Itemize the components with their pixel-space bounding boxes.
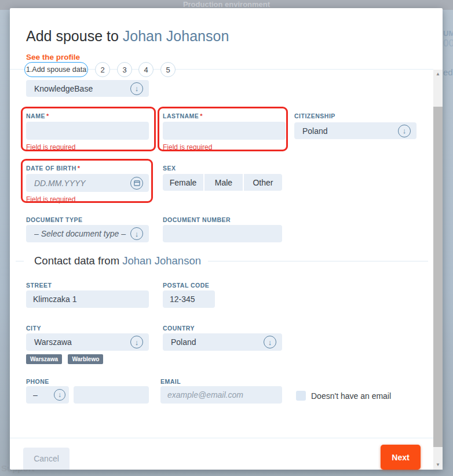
email-input[interactable] bbox=[160, 386, 282, 404]
chevron-down-icon: ↓ bbox=[130, 227, 143, 240]
see-profile-link[interactable]: See the profile bbox=[26, 53, 80, 61]
stepper-step-2[interactable]: 2 bbox=[95, 62, 110, 77]
chevron-down-icon: ↓ bbox=[264, 336, 276, 348]
lastname-label: LASTNAME* bbox=[163, 112, 203, 119]
city-suggestion-tags: Warszawa Warblewo bbox=[26, 353, 107, 364]
modal-scrollbar[interactable]: ▲ ▼ bbox=[433, 70, 443, 470]
document-type-placeholder: – Select document type – bbox=[34, 229, 130, 238]
section-title: Contact data from Johan Johanson bbox=[24, 255, 208, 267]
chevron-down-icon: ↓ bbox=[54, 389, 65, 401]
divider bbox=[16, 261, 24, 261]
phone-label: PHONE bbox=[26, 378, 49, 385]
citizenship-select[interactable]: Poland ↓ bbox=[294, 122, 417, 139]
chevron-down-icon: ↓ bbox=[398, 125, 411, 137]
sex-option-female[interactable]: Female bbox=[163, 174, 203, 191]
citizenship-label: CITIZENSHIP bbox=[294, 112, 335, 119]
document-number-input[interactable] bbox=[163, 225, 282, 242]
stepper-step-5[interactable]: 5 bbox=[160, 62, 176, 77]
required-asterisk: * bbox=[200, 112, 203, 119]
city-value: Warszawa bbox=[34, 337, 130, 347]
add-spouse-modal: Add spouse to Johan Johanson See the pro… bbox=[10, 8, 443, 470]
city-tag-warblewo[interactable]: Warblewo bbox=[68, 354, 103, 364]
contact-data-section-header: Contact data from Johan Johanson bbox=[16, 255, 428, 267]
stepper-step-4[interactable]: 4 bbox=[138, 62, 154, 77]
bg-fragment-right-mid: 00 bbox=[443, 38, 453, 49]
lastname-error: Field is required bbox=[163, 143, 212, 151]
modal-title: Add spouse to Johan Johanson bbox=[26, 28, 229, 45]
city-tag-warszawa[interactable]: Warszawa bbox=[26, 354, 62, 364]
phone-prefix-select[interactable]: – ↓ bbox=[26, 386, 69, 404]
lastname-input[interactable] bbox=[163, 122, 286, 140]
country-value: Poland bbox=[171, 337, 264, 347]
section-title-person-name: Johan Johanson bbox=[122, 255, 201, 267]
name-input[interactable] bbox=[26, 122, 149, 140]
footer-divider bbox=[10, 438, 433, 438]
scrollbar-thumb[interactable] bbox=[433, 107, 443, 447]
scrollbar-down-icon[interactable]: ▼ bbox=[433, 460, 443, 470]
required-asterisk: * bbox=[46, 112, 49, 119]
next-button[interactable]: Next bbox=[381, 445, 421, 470]
stepper-step-3[interactable]: 3 bbox=[117, 62, 132, 77]
document-number-label: DOCUMENT NUMBER bbox=[163, 216, 231, 223]
scrollbar-up-icon[interactable]: ▲ bbox=[433, 70, 443, 79]
dob-field[interactable]: DD.MM.YYYY bbox=[26, 174, 149, 192]
city-label: CITY bbox=[26, 325, 41, 332]
name-label: NAME* bbox=[26, 112, 49, 119]
phone-number-input[interactable] bbox=[74, 386, 149, 404]
required-asterisk: * bbox=[78, 165, 81, 172]
country-select[interactable]: Poland ↓ bbox=[163, 333, 282, 351]
street-label: STREET bbox=[26, 282, 52, 289]
bg-fragment-right-top: UM bbox=[443, 29, 453, 38]
cancel-button[interactable]: Cancel bbox=[23, 448, 70, 470]
dob-error: Field is required bbox=[26, 195, 75, 204]
dob-label: DATE OF BIRTH* bbox=[26, 165, 81, 172]
modal-title-person-name: Johan Johanson bbox=[123, 28, 229, 44]
sex-option-other[interactable]: Other bbox=[244, 174, 282, 191]
bg-fragment-right-low: ed bbox=[443, 67, 453, 77]
sex-option-male[interactable]: Male bbox=[204, 174, 243, 191]
city-select[interactable]: Warszawa ↓ bbox=[26, 333, 149, 351]
divider bbox=[208, 261, 428, 261]
phone-prefix-value: – bbox=[33, 390, 54, 399]
knowledge-base-value: KnowledgeBase bbox=[34, 84, 130, 93]
name-error: Field is required bbox=[26, 143, 75, 151]
street-input[interactable] bbox=[26, 290, 149, 308]
stepper-step-1-active[interactable]: 1.Add spouse data bbox=[24, 62, 88, 77]
document-type-select[interactable]: – Select document type – ↓ bbox=[26, 225, 149, 242]
email-label: EMAIL bbox=[160, 378, 181, 385]
calendar-icon[interactable] bbox=[130, 177, 143, 190]
chevron-down-icon: ↓ bbox=[130, 82, 143, 95]
postal-code-label: POSTAL CODE bbox=[163, 282, 209, 289]
no-email-checkbox[interactable] bbox=[296, 391, 306, 401]
chevron-down-icon: ↓ bbox=[130, 336, 143, 348]
modal-title-prefix: Add spouse to bbox=[26, 28, 123, 44]
sex-label: SEX bbox=[163, 165, 176, 172]
document-type-label: DOCUMENT TYPE bbox=[26, 216, 83, 223]
no-email-checkbox-label: Doesn't have an email bbox=[311, 391, 391, 401]
knowledge-base-select[interactable]: KnowledgeBase ↓ bbox=[26, 80, 149, 97]
postal-code-input[interactable] bbox=[163, 290, 215, 308]
citizenship-value: Poland bbox=[302, 126, 398, 136]
page-background: Production environment Support UM 00 ed … bbox=[0, 0, 453, 476]
country-label: COUNTRY bbox=[163, 325, 195, 332]
dob-placeholder: DD.MM.YYYY bbox=[34, 179, 130, 188]
